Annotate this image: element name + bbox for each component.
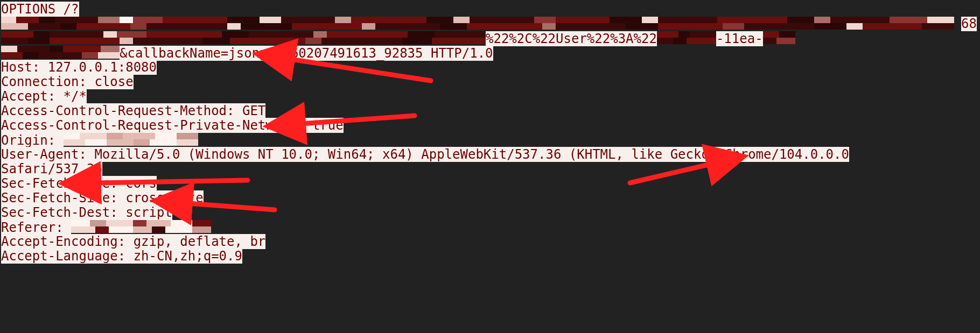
redaction-block xyxy=(71,220,211,233)
request-callback-line: &callbackName=jsonp_1660207491613_92835 … xyxy=(1,46,980,61)
redaction-block xyxy=(1,46,120,59)
header-user-agent-line1: User-Agent: Mozilla/5.0 (Windows NT 10.0… xyxy=(1,147,980,162)
header-user-agent-line2: Safari/537.36 xyxy=(1,162,980,176)
tail-number: 68 xyxy=(961,17,977,31)
header-sec-fetch-dest: Sec-Fetch-Dest: script xyxy=(1,206,980,220)
header-connection: Connection: close xyxy=(1,75,980,89)
header-ac-request-private-network: Access-Control-Request-Private-Network: … xyxy=(1,118,980,133)
method-path-text: OPTIONS /? xyxy=(1,2,79,17)
header-origin: Origin: xyxy=(1,133,980,148)
url-fragment-uuid: -11ea- xyxy=(716,31,763,46)
redaction-block xyxy=(64,133,198,146)
url-fragment-user: %22%2C%22User%22%3A%22 xyxy=(486,31,657,46)
callback-text: &callbackName=jsonp_1660207491613_92835 … xyxy=(120,46,493,61)
request-obscured-line-1: 68 xyxy=(1,17,980,32)
request-method-path: OPTIONS /? xyxy=(1,2,980,17)
header-sec-fetch-site: Sec-Fetch-Site: cross-site xyxy=(1,191,980,206)
header-accept-language: Accept-Language: zh-CN,zh;q=0.9 xyxy=(1,249,980,264)
header-accept: Accept: */* xyxy=(1,89,980,104)
redaction-block xyxy=(657,31,716,44)
redaction-block xyxy=(763,31,795,44)
header-referer: Referer: xyxy=(1,220,980,235)
header-host: Host: 127.0.0.1:8080 xyxy=(1,60,980,75)
redaction-block xyxy=(1,31,486,44)
header-ac-request-method: Access-Control-Request-Method: GET xyxy=(1,104,980,118)
request-obscured-line-2: %22%2C%22User%22%3A%22 -11ea- xyxy=(1,31,980,46)
header-accept-encoding: Accept-Encoding: gzip, deflate, br xyxy=(1,235,980,249)
header-sec-fetch-mode: Sec-Fetch-Mode: cors xyxy=(1,176,980,191)
http-request-screenshot: { "request_line": { "method_path": "OPTI… xyxy=(0,0,980,333)
redaction-block xyxy=(1,17,954,30)
